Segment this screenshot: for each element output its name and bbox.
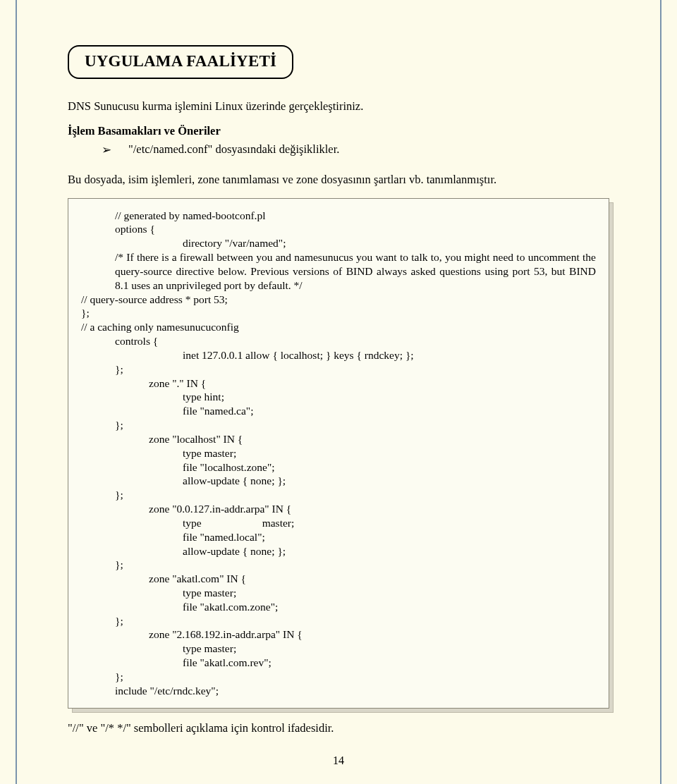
page-content: UYGULAMA FAALİYETİ DNS Sunucusu kurma iş… bbox=[68, 45, 609, 735]
code-line: }; bbox=[115, 670, 596, 684]
code-line: controls { bbox=[115, 334, 596, 348]
intro-line: DNS Sunucusu kurma işlemini Linux üzerin… bbox=[68, 99, 609, 114]
code-line: file "akatl.com.rev"; bbox=[183, 656, 596, 670]
bullet-text: "/etc/named.conf" dosyasındaki değişikli… bbox=[128, 142, 339, 157]
code-line: options { bbox=[115, 222, 596, 236]
code-box-inner: // generated by named-bootconf.pl option… bbox=[68, 198, 609, 709]
code-box: // generated by named-bootconf.pl option… bbox=[68, 198, 609, 709]
code-line: zone "2.168.192.in-addr.arpa" IN { bbox=[149, 627, 596, 642]
bullet-item: ➢ "/etc/named.conf" dosyasındaki değişik… bbox=[102, 142, 609, 158]
code-line: allow-update { none; }; bbox=[183, 474, 596, 488]
code-line: zone "localhost" IN { bbox=[149, 432, 596, 446]
code-line: }; bbox=[115, 488, 596, 502]
code-line: inet 127.0.0.1 allow { localhost; } keys… bbox=[183, 348, 596, 362]
footnote: "//" ve "/* */" sembolleri açıklama için… bbox=[68, 721, 609, 735]
code-line: // a caching only namesunucuconfig bbox=[81, 320, 596, 334]
steps-heading: İşlem Basamakları ve Öneriler bbox=[68, 124, 609, 138]
section-title: UYGULAMA FAALİYETİ bbox=[85, 52, 276, 71]
code-line: type master; bbox=[183, 586, 596, 600]
code-line: // generated by named-bootconf.pl bbox=[115, 209, 596, 223]
code-line: zone "." IN { bbox=[149, 376, 596, 391]
code-line: zone "0.0.127.in-addr.arpa" IN { bbox=[149, 502, 596, 516]
code-line: // query-source address * port 53; bbox=[81, 293, 596, 307]
code-line: file "named.local"; bbox=[183, 530, 596, 544]
code-line: }; bbox=[115, 418, 596, 432]
code-line: zone "akatl.com" IN { bbox=[149, 572, 596, 586]
code-line: /* If there is a firewall between you an… bbox=[115, 250, 596, 292]
section-title-box: UYGULAMA FAALİYETİ bbox=[68, 45, 293, 79]
code-token: type bbox=[183, 517, 202, 529]
code-line: type master; bbox=[183, 642, 596, 656]
code-line: file "localhost.zone"; bbox=[183, 460, 596, 474]
code-line: }; bbox=[81, 306, 596, 320]
code-line: type hint; bbox=[183, 390, 596, 404]
paragraph: Bu dosyada, isim işlemleri, zone tanımla… bbox=[68, 172, 609, 188]
code-line: directory "/var/named"; bbox=[183, 236, 596, 250]
code-line: include "/etc/rndc.key"; bbox=[115, 684, 596, 698]
right-margin-rule bbox=[660, 0, 661, 784]
code-line: file "named.ca"; bbox=[183, 404, 596, 418]
code-line: file "akatl.com.zone"; bbox=[183, 600, 596, 614]
code-line: }; bbox=[115, 558, 596, 572]
code-line: }; bbox=[115, 614, 596, 628]
code-token: master; bbox=[262, 517, 295, 529]
code-line: }; bbox=[115, 362, 596, 376]
left-margin-rule bbox=[16, 0, 17, 784]
page-number: 14 bbox=[0, 754, 677, 767]
code-line: typemaster; bbox=[183, 516, 596, 530]
arrow-icon: ➢ bbox=[102, 142, 111, 158]
code-line: type master; bbox=[183, 446, 596, 460]
code-line: allow-update { none; }; bbox=[183, 544, 596, 558]
